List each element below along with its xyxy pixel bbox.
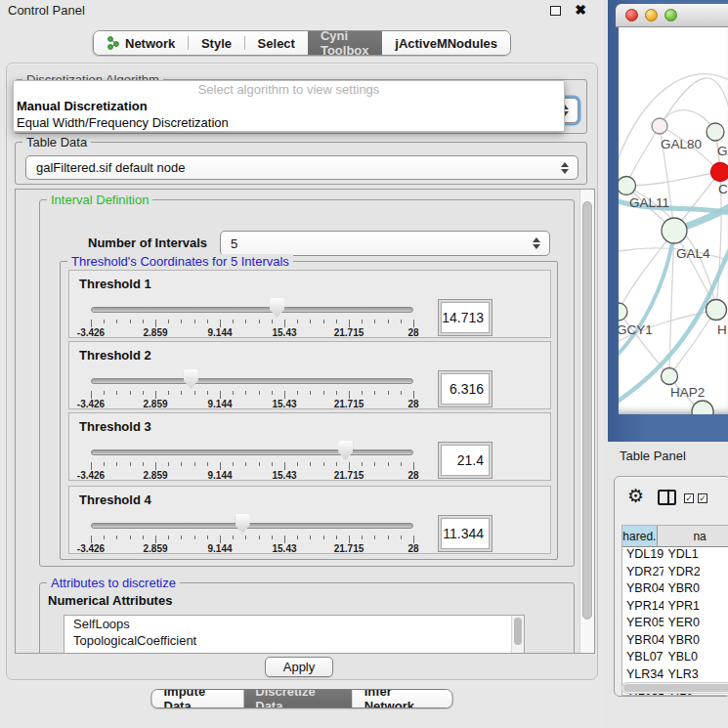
table-row[interactable]: YBL079WYBL0 [622, 650, 728, 667]
network-node[interactable] [707, 123, 724, 141]
threshold-slider[interactable]: -3.4262.8599.14415.4321.71528 [69, 342, 431, 410]
tick-mark [233, 320, 234, 323]
tick-label: 21.715 [320, 543, 378, 554]
cyni-toolbox-panel: Discretization Algorithm Table Data galF… [6, 63, 598, 680]
tab-select[interactable]: Select [245, 31, 308, 55]
threshold-value-field[interactable]: 14.713 [438, 299, 492, 336]
threshold-slider[interactable]: -3.4262.8599.14415.4321.71528 [69, 487, 431, 555]
tab-style[interactable]: Style [189, 31, 244, 55]
node-label: C [718, 182, 728, 196]
slider-track[interactable] [91, 307, 413, 313]
tick-mark [259, 535, 260, 539]
tab-cyni-toolbox[interactable]: Cyni Toolbox [308, 31, 382, 55]
tick-mark [388, 535, 389, 539]
tick-mark [143, 535, 144, 539]
network-node[interactable] [692, 401, 713, 414]
slider-thumb[interactable] [270, 298, 284, 318]
table-cell: YDL19... [622, 547, 664, 565]
popup-option[interactable]: Equal Width/Frequency Discretization [14, 114, 564, 131]
attribute-list-item[interactable]: SelfLoops [64, 616, 524, 632]
table-column-header[interactable]: na [658, 526, 728, 546]
popup-option[interactable]: Manual Discretization [14, 98, 564, 114]
tick-mark [181, 462, 182, 466]
gear-icon[interactable]: ⚙ [627, 485, 644, 507]
tick-mark [130, 320, 131, 323]
slider-track[interactable] [91, 523, 413, 529]
tick-mark [323, 535, 324, 539]
threshold-panel: Threshold 2-3.4262.8599.14415.4321.71528… [68, 341, 551, 409]
checkbox-icon[interactable]: ✓ [684, 493, 694, 503]
table-data-combobox[interactable]: galFiltered.sif default node [25, 155, 578, 180]
network-node[interactable] [711, 163, 728, 182]
columns-icon[interactable] [658, 490, 676, 505]
network-node[interactable] [707, 300, 727, 321]
network-edge[interactable] [626, 126, 660, 186]
list-scrollbar[interactable] [511, 616, 524, 654]
tick-label: 21.715 [320, 399, 378, 409]
bottom-tab-discretize-data[interactable]: Discretize Data [243, 690, 352, 707]
mac-minimize-icon[interactable] [645, 9, 658, 21]
table-cell: YBR0 [664, 633, 728, 651]
tick-mark [272, 535, 273, 539]
threshold-value-field[interactable]: 21.4 [438, 442, 492, 479]
network-node-gcy1[interactable] [619, 303, 627, 321]
slider-thumb[interactable] [338, 441, 353, 460]
tick-mark [388, 462, 389, 466]
mac-zoom-icon[interactable] [664, 9, 677, 21]
checkbox-icon[interactable]: ✓ [698, 493, 707, 503]
tab-jactivemnodules[interactable]: jActiveMNodules [382, 31, 510, 55]
slider-track[interactable] [91, 378, 413, 384]
slider-thumb[interactable] [236, 514, 250, 534]
node-label: HAP2 [670, 385, 705, 400]
table-row[interactable]: YER054CYER0 [622, 616, 728, 633]
threshold-slider[interactable]: -3.4262.8599.14415.4321.71528 [69, 271, 431, 339]
horizontal-scrollbar[interactable] [621, 682, 728, 694]
apply-button[interactable]: Apply [265, 657, 333, 677]
numerical-attributes-list[interactable]: SelfLoopsTopologicalCoefficientBetweenne… [64, 615, 525, 654]
number-of-intervals-spinner[interactable]: 5 [220, 231, 550, 256]
mac-close-icon[interactable] [625, 9, 638, 21]
table-row[interactable]: YBR043CYBR0 [622, 581, 728, 599]
network-node-gal4[interactable] [662, 218, 687, 243]
tick-mark [413, 320, 414, 327]
network-node-hap2[interactable] [662, 368, 678, 385]
threshold-value: 21.4 [441, 445, 490, 476]
table-cell: YBL0 [664, 650, 728, 667]
control-panel-title: Control Panel [8, 3, 85, 18]
attribute-list-item[interactable]: TopologicalCoefficient [64, 632, 524, 649]
tick-mark [374, 535, 375, 539]
threshold-value-field[interactable]: 6.316 [438, 370, 492, 407]
attribute-list-item[interactable]: BetweennessCentrality [64, 649, 524, 654]
table-row[interactable]: YDR27...YDR2 [622, 565, 728, 582]
close-icon[interactable]: ✖ [575, 2, 586, 18]
tick-mark [207, 320, 208, 323]
table-row[interactable]: YPR145WYPR1 [622, 599, 728, 617]
network-node[interactable] [652, 118, 667, 134]
bottom-tab-label: Infer Network [364, 689, 441, 708]
table-header-row: shared...na [622, 526, 728, 547]
tab-network[interactable]: Network [94, 31, 188, 55]
bottom-tab-impute-data[interactable]: Impute Data [152, 690, 244, 707]
table-cell: YPR1 [664, 599, 728, 617]
tick-label: 9.144 [191, 399, 249, 409]
node-label: H [717, 322, 727, 337]
table-cell: YBL079W [622, 650, 664, 667]
network-canvas[interactable]: GAL80GAL11GAL4GCY1HAP2GACH [619, 27, 728, 414]
table-row[interactable]: YBR045CYBR0 [622, 633, 728, 651]
threshold-value-field[interactable]: 11.344 [438, 515, 492, 552]
slider-track[interactable] [91, 450, 413, 455]
tick-mark [362, 535, 363, 539]
tick-mark [143, 391, 144, 395]
float-window-icon[interactable] [550, 6, 561, 16]
threshold-slider[interactable]: -3.4262.8599.14415.4321.71528 [69, 413, 431, 482]
bottom-tab-infer-network[interactable]: Infer Network [353, 690, 452, 707]
number-of-intervals-value: 5 [231, 236, 237, 251]
slider-thumb[interactable] [184, 369, 198, 389]
vertical-scrollbar[interactable] [579, 190, 594, 653]
network-node[interactable] [619, 177, 636, 195]
network-edge[interactable] [626, 172, 720, 186]
tick-mark [155, 320, 156, 327]
table-column-header[interactable]: shared... [622, 526, 658, 546]
table-row[interactable]: YDL19...YDL1 [622, 547, 728, 565]
tick-mark [168, 462, 169, 466]
